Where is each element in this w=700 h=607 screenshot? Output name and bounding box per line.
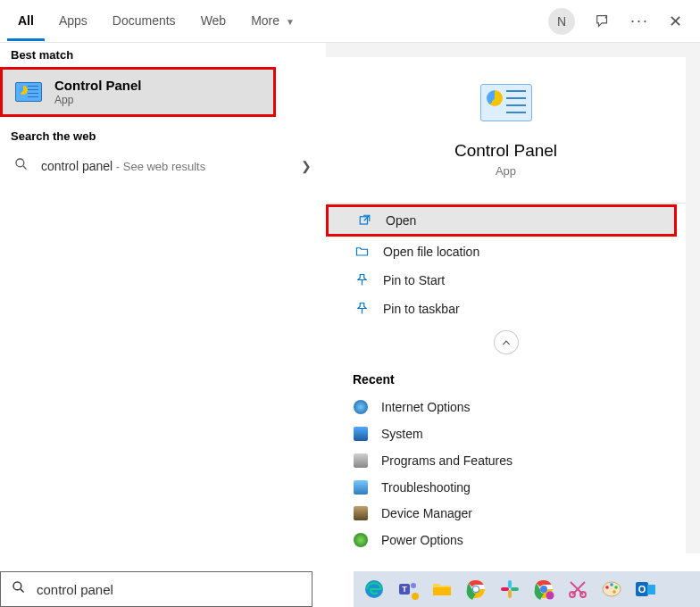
svg-point-26 bbox=[605, 586, 609, 589]
power-options-icon bbox=[353, 532, 369, 548]
taskbar: T O bbox=[354, 571, 700, 607]
recent-programs-and-features[interactable]: Programs and Features bbox=[326, 447, 686, 474]
web-query-text: control panel bbox=[41, 159, 112, 173]
svg-rect-19 bbox=[501, 587, 509, 591]
details-title: Control Panel bbox=[454, 141, 557, 161]
recent-label: Device Manager bbox=[381, 506, 472, 520]
svg-rect-16 bbox=[508, 580, 512, 588]
search-icon bbox=[12, 580, 26, 598]
svg-rect-32 bbox=[647, 585, 655, 595]
pin-icon bbox=[353, 302, 371, 315]
recent-system[interactable]: System bbox=[326, 420, 686, 447]
svg-point-22 bbox=[546, 592, 554, 600]
tab-documents[interactable]: Documents bbox=[102, 1, 187, 41]
results-right: Control Panel App Open Open file locatio… bbox=[326, 43, 700, 553]
svg-rect-18 bbox=[508, 590, 512, 598]
recent-label: Programs and Features bbox=[381, 453, 512, 468]
svg-line-6 bbox=[21, 589, 24, 593]
feedback-icon[interactable] bbox=[595, 13, 611, 29]
recent-troubleshooting[interactable]: Troubleshooting bbox=[326, 474, 686, 501]
close-icon[interactable]: ✕ bbox=[669, 12, 682, 31]
action-open-label: Open bbox=[386, 213, 416, 228]
action-pin-to-start-label: Pin to Start bbox=[383, 273, 445, 287]
system-icon bbox=[353, 426, 369, 442]
action-pin-to-taskbar[interactable]: Pin to taskbar bbox=[326, 295, 686, 323]
svg-rect-12 bbox=[433, 587, 451, 595]
chevron-right-icon: ❯ bbox=[301, 159, 312, 173]
open-icon bbox=[355, 213, 373, 227]
details-panel: Control Panel App Open Open file locatio… bbox=[326, 57, 686, 553]
taskbar-paint[interactable] bbox=[596, 574, 627, 604]
internet-options-icon bbox=[353, 399, 369, 415]
svg-point-11 bbox=[412, 593, 419, 600]
svg-point-10 bbox=[411, 583, 416, 588]
actions-list: Open Open file location Pin to Start bbox=[326, 203, 686, 323]
taskbar-outlook[interactable]: O bbox=[630, 574, 661, 604]
recent-label: System bbox=[381, 427, 423, 441]
taskbar-chrome[interactable] bbox=[461, 574, 491, 604]
svg-rect-17 bbox=[511, 587, 519, 591]
results-body: Best match Control Panel App Search the … bbox=[0, 43, 700, 553]
recent-header: Recent bbox=[326, 362, 395, 394]
search-web-header: Search the web bbox=[0, 117, 326, 148]
svg-line-1 bbox=[23, 166, 27, 170]
control-panel-icon-large bbox=[480, 84, 532, 121]
header-actions: N ··· ✕ bbox=[548, 8, 693, 35]
taskbar-edge[interactable] bbox=[359, 574, 389, 604]
tab-more-label: More bbox=[251, 13, 279, 28]
recent-power-options[interactable]: Power Options bbox=[326, 527, 686, 553]
svg-text:O: O bbox=[638, 584, 646, 595]
tab-more[interactable]: More ▼ bbox=[240, 1, 305, 41]
action-open-file-location-label: Open file location bbox=[383, 245, 479, 259]
tab-apps[interactable]: Apps bbox=[48, 1, 98, 41]
best-match-title: Control Panel bbox=[54, 78, 142, 94]
action-pin-to-start[interactable]: Pin to Start bbox=[326, 266, 686, 295]
chevron-down-icon: ▼ bbox=[286, 17, 295, 27]
taskbar-file-explorer[interactable] bbox=[427, 574, 457, 604]
search-icon bbox=[14, 157, 29, 175]
svg-point-5 bbox=[13, 582, 21, 590]
taskbar-chrome-canary[interactable] bbox=[529, 574, 559, 604]
taskbar-snip[interactable] bbox=[562, 574, 593, 604]
recent-label: Troubleshooting bbox=[381, 480, 471, 495]
web-suffix-text: - See web results bbox=[112, 160, 205, 173]
action-pin-to-taskbar-label: Pin to taskbar bbox=[383, 302, 460, 316]
best-match-subtitle: App bbox=[54, 94, 142, 106]
search-bar[interactable] bbox=[0, 571, 312, 607]
pin-icon bbox=[353, 273, 371, 287]
search-web-result[interactable]: control panel - See web results ❯ bbox=[0, 148, 326, 184]
programs-icon bbox=[353, 453, 369, 469]
svg-point-21 bbox=[540, 586, 547, 593]
recent-device-manager[interactable]: Device Manager bbox=[326, 500, 686, 527]
recent-label: Power Options bbox=[381, 533, 463, 547]
svg-point-28 bbox=[614, 586, 618, 589]
search-input[interactable] bbox=[37, 582, 287, 597]
details-subtitle: App bbox=[496, 164, 516, 178]
taskbar-teams[interactable]: T bbox=[393, 574, 423, 604]
folder-icon bbox=[353, 245, 371, 258]
svg-point-29 bbox=[612, 590, 616, 594]
taskbar-slack[interactable] bbox=[495, 574, 525, 604]
collapse-button[interactable] bbox=[494, 330, 519, 355]
user-avatar[interactable]: N bbox=[548, 8, 575, 35]
results-left: Best match Control Panel App Search the … bbox=[0, 43, 326, 553]
more-options-icon[interactable]: ··· bbox=[630, 12, 649, 30]
device-manager-icon bbox=[353, 505, 369, 521]
best-match-result[interactable]: Control Panel App bbox=[0, 67, 276, 117]
svg-point-15 bbox=[473, 586, 479, 592]
control-panel-icon bbox=[15, 82, 42, 102]
recent-label: Internet Options bbox=[381, 400, 471, 414]
svg-text:T: T bbox=[402, 585, 407, 594]
svg-point-0 bbox=[16, 159, 24, 167]
tab-all[interactable]: All bbox=[7, 1, 45, 41]
search-header: All Apps Documents Web More ▼ N ··· ✕ bbox=[0, 0, 700, 43]
svg-point-27 bbox=[610, 583, 613, 586]
filter-tabs: All Apps Documents Web More ▼ bbox=[7, 1, 305, 41]
action-open[interactable]: Open bbox=[326, 204, 677, 237]
action-open-file-location[interactable]: Open file location bbox=[326, 237, 686, 266]
recent-internet-options[interactable]: Internet Options bbox=[326, 394, 686, 420]
tab-web[interactable]: Web bbox=[190, 1, 238, 41]
best-match-header: Best match bbox=[0, 43, 326, 67]
troubleshooting-icon bbox=[353, 479, 369, 495]
